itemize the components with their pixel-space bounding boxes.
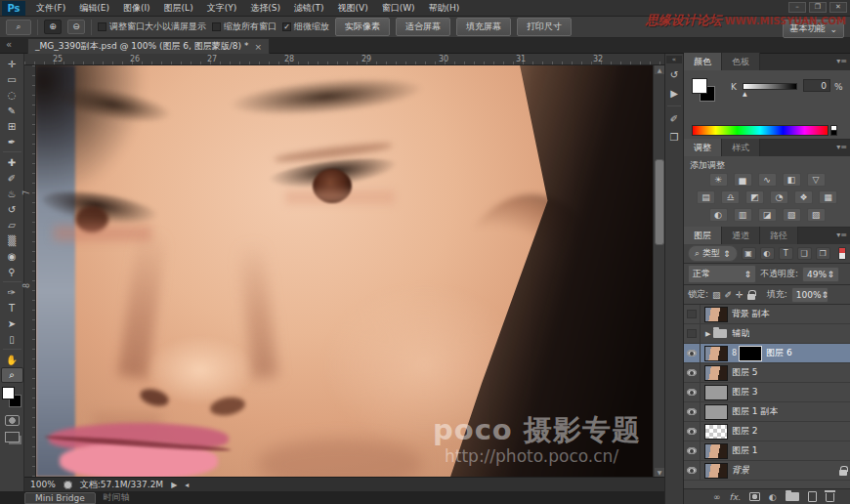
- blur-tool[interactable]: ◉: [1, 248, 23, 264]
- vertical-scrollbar[interactable]: ▲ ▼: [653, 65, 664, 477]
- zoom-level[interactable]: 100%: [30, 480, 56, 489]
- expand-panels-icon[interactable]: «: [666, 56, 682, 63]
- dodge-tool[interactable]: ⚲: [1, 264, 23, 279]
- canvas-image[interactable]: poco 摄影专题 http://photo.poco.cn/: [36, 65, 653, 477]
- exposure-adjustment-icon[interactable]: ◧: [783, 173, 801, 187]
- clone-source-panel-icon[interactable]: ❐: [665, 129, 683, 145]
- tab-layers[interactable]: 图层: [684, 227, 722, 244]
- slider-caret-icon[interactable]: ▲: [743, 90, 747, 97]
- visibility-cell[interactable]: [684, 363, 701, 383]
- fit-screen-button[interactable]: 适合屏幕: [396, 18, 450, 36]
- quick-mask-button[interactable]: [5, 415, 20, 426]
- visibility-cell[interactable]: [684, 324, 701, 344]
- layer-row[interactable]: 背景 副本: [684, 305, 850, 324]
- lock-pixels-icon[interactable]: ✐: [725, 290, 733, 300]
- visibility-off-icon[interactable]: [687, 310, 697, 318]
- clone-stamp-tool[interactable]: ♨: [1, 186, 23, 201]
- layer-row[interactable]: 图层 5: [684, 363, 850, 383]
- visibility-cell[interactable]: [684, 422, 701, 441]
- black-swatch[interactable]: [830, 130, 837, 136]
- visibility-eye-icon[interactable]: [687, 369, 697, 376]
- levels-adjustment-icon[interactable]: ▅: [734, 173, 752, 187]
- opacity-field[interactable]: 49% ⇕: [802, 267, 839, 282]
- layer-name[interactable]: 图层 1 副本: [732, 405, 778, 418]
- visibility-cell[interactable]: [684, 461, 701, 481]
- menu-type[interactable]: 文字(Y): [200, 0, 244, 17]
- shape-layers-filter-icon[interactable]: ❑: [797, 247, 812, 260]
- visibility-eye-icon[interactable]: [687, 408, 697, 415]
- mini-bridge-button[interactable]: Mini Bridge: [24, 492, 96, 504]
- timeline-button[interactable]: 时间轴: [104, 491, 130, 504]
- crop-tool[interactable]: ⊞: [1, 118, 23, 134]
- visibility-cell[interactable]: [684, 402, 701, 422]
- pixel-layers-filter-icon[interactable]: ▣: [742, 247, 756, 260]
- panel-menu-icon[interactable]: ▾≡: [836, 231, 847, 239]
- add-mask-icon[interactable]: [749, 492, 760, 501]
- layer-row-selected[interactable]: 8 图层 6: [684, 344, 850, 363]
- pen-tool[interactable]: ✑: [1, 284, 23, 300]
- link-layers-icon[interactable]: ∞: [713, 492, 721, 502]
- visibility-eye-icon[interactable]: [687, 350, 697, 357]
- smart-object-filter-icon[interactable]: ❒: [816, 247, 830, 260]
- menu-select[interactable]: 选择(S): [243, 0, 287, 17]
- fill-field[interactable]: 100% ⇕: [791, 287, 829, 303]
- layer-row[interactable]: 图层 2: [684, 422, 850, 441]
- layer-thumbnail[interactable]: [704, 424, 728, 440]
- lasso-tool[interactable]: ◌: [1, 87, 23, 103]
- layer-name[interactable]: 图层 5: [732, 366, 758, 379]
- zoom-all-windows-option[interactable]: 缩放所有窗口: [212, 21, 276, 33]
- visibility-cell[interactable]: [684, 441, 701, 461]
- visibility-cell[interactable]: [684, 383, 701, 402]
- healing-brush-tool[interactable]: ✚: [1, 154, 23, 170]
- invert-adjustment-icon[interactable]: ◐: [709, 208, 728, 222]
- channel-mixer-adjustment-icon[interactable]: ❖: [794, 190, 813, 204]
- filter-toggle-switch[interactable]: [838, 247, 846, 260]
- scrubby-zoom-option[interactable]: ✓ 细微缩放: [282, 21, 329, 33]
- layer-name[interactable]: 图层 6: [766, 347, 792, 359]
- layer-mask-thumbnail[interactable]: [739, 346, 762, 361]
- foreground-color-swatch[interactable]: [2, 387, 15, 399]
- type-tool[interactable]: T: [1, 300, 23, 315]
- background-layer-row[interactable]: 背景: [684, 461, 850, 481]
- blend-mode-dropdown[interactable]: 正常 ⇕: [688, 265, 756, 283]
- path-selection-tool[interactable]: ➤: [1, 315, 23, 331]
- zoom-tool-badge[interactable]: ⌕: [6, 20, 31, 35]
- visibility-off-icon[interactable]: [687, 329, 697, 338]
- type-layers-filter-icon[interactable]: T: [779, 247, 793, 260]
- layer-thumbnail[interactable]: [704, 365, 728, 381]
- tab-color[interactable]: 颜色: [684, 53, 722, 70]
- lock-transparency-icon[interactable]: ▨: [712, 290, 721, 300]
- shape-tool[interactable]: ▯: [1, 331, 23, 347]
- eyedropper-tool[interactable]: ✒: [1, 134, 23, 149]
- layer-name[interactable]: 辅助: [732, 327, 749, 340]
- layer-thumbnail[interactable]: [704, 307, 728, 322]
- layer-name[interactable]: 图层 2: [732, 425, 758, 438]
- quick-selection-tool[interactable]: ✎: [1, 103, 23, 118]
- layer-name[interactable]: 背景: [732, 464, 749, 477]
- color-lookup-adjustment-icon[interactable]: ▦: [819, 190, 837, 204]
- zoom-out-button[interactable]: ⊖: [67, 20, 85, 34]
- adjustment-layers-filter-icon[interactable]: ◐: [760, 247, 775, 260]
- visibility-cell[interactable]: [684, 344, 701, 363]
- lock-all-icon[interactable]: [747, 294, 755, 300]
- menu-window[interactable]: 窗口(W): [375, 0, 422, 17]
- print-size-button[interactable]: 打印尺寸: [517, 18, 572, 36]
- foreground-color-swatch[interactable]: [692, 78, 707, 94]
- layer-thumbnail[interactable]: [704, 385, 728, 400]
- curves-adjustment-icon[interactable]: ∿: [758, 173, 777, 187]
- hue-saturation-adjustment-icon[interactable]: ▤: [697, 190, 715, 204]
- brush-tool[interactable]: ✐: [1, 170, 23, 186]
- fill-screen-button[interactable]: 填充屏幕: [456, 18, 511, 36]
- checkbox-unchecked-icon[interactable]: [212, 22, 221, 31]
- group-expand-icon[interactable]: ▶: [705, 330, 710, 338]
- tab-paths[interactable]: 路径: [760, 227, 798, 244]
- color-spectrum-ramp[interactable]: [692, 125, 829, 136]
- resize-windows-option[interactable]: 调整窗口大小以满屏显示: [98, 21, 206, 33]
- black-white-adjustment-icon[interactable]: ◩: [745, 190, 764, 204]
- color-balance-adjustment-icon[interactable]: ♎: [721, 190, 740, 204]
- layer-name[interactable]: 背景 副本: [732, 308, 770, 320]
- actual-pixels-button[interactable]: 实际像素: [335, 18, 390, 36]
- layer-thumbnail[interactable]: [704, 346, 728, 361]
- selective-color-adjustment-icon[interactable]: ▧: [783, 208, 801, 222]
- history-panel-icon[interactable]: ↺: [665, 66, 683, 82]
